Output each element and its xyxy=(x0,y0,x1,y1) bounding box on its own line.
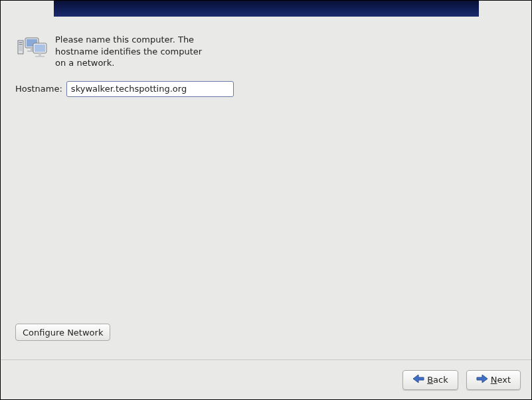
svg-rect-9 xyxy=(35,45,45,52)
back-button[interactable]: Back xyxy=(402,370,458,390)
hostname-row: Hostname: xyxy=(15,81,517,97)
next-button[interactable]: Next xyxy=(466,370,521,390)
arrow-left-icon xyxy=(412,374,424,385)
intro-row: Please name this computer. The hostname … xyxy=(15,34,517,69)
intro-text: Please name this computer. The hostname … xyxy=(55,34,215,69)
main-content: Please name this computer. The hostname … xyxy=(15,34,517,97)
footer-bar: Back Next xyxy=(1,359,531,399)
hostname-label: Hostname: xyxy=(15,84,62,94)
svg-rect-3 xyxy=(19,46,23,51)
svg-rect-6 xyxy=(31,48,33,50)
svg-rect-2 xyxy=(19,44,23,45)
svg-rect-1 xyxy=(19,42,23,43)
next-button-label: Next xyxy=(491,375,511,385)
header-banner xyxy=(54,1,479,17)
svg-rect-11 xyxy=(35,56,44,57)
computers-icon xyxy=(15,34,47,60)
arrow-right-icon xyxy=(476,374,488,385)
svg-rect-10 xyxy=(39,53,41,56)
configure-network-button[interactable]: Configure Network xyxy=(15,324,110,341)
back-button-label: Back xyxy=(427,375,448,385)
hostname-input[interactable] xyxy=(66,81,234,97)
configure-network-area: Configure Network xyxy=(15,324,110,341)
